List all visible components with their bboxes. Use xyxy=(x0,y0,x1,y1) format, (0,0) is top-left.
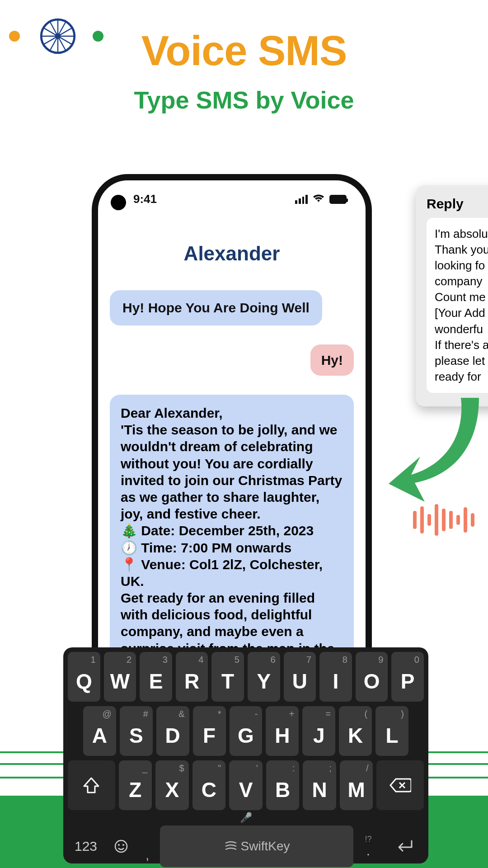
key-w[interactable]: 2W xyxy=(104,652,136,702)
enter-icon xyxy=(394,839,413,854)
emoji-icon xyxy=(114,839,128,854)
comma-key[interactable]: , xyxy=(138,826,156,867)
backspace-icon xyxy=(389,777,411,793)
message-incoming: Hy! Hope You Are Doing Well xyxy=(110,290,322,326)
key-r[interactable]: 4R xyxy=(176,652,208,702)
shift-icon xyxy=(82,776,100,794)
key-c[interactable]: "C xyxy=(192,760,226,810)
svg-point-16 xyxy=(122,844,124,846)
wifi-icon xyxy=(312,192,325,206)
page-title: Voice SMS xyxy=(0,27,488,75)
key-v[interactable]: 'V xyxy=(229,760,263,810)
spacebar[interactable]: SwiftKey xyxy=(160,826,353,867)
key-j[interactable]: =J xyxy=(302,706,335,756)
numeric-key[interactable]: 123 xyxy=(68,826,104,867)
reply-title: Reply xyxy=(427,196,488,212)
key-e[interactable]: 3E xyxy=(140,652,172,702)
status-bar: 9:41 xyxy=(98,180,366,206)
message-outgoing: Hy! xyxy=(310,344,354,376)
key-l[interactable]: )L xyxy=(375,706,408,756)
spacebar-label: SwiftKey xyxy=(241,839,290,854)
contact-name: Alexander xyxy=(98,242,366,265)
key-t[interactable]: 5T xyxy=(211,652,244,702)
period-key[interactable]: !? . xyxy=(357,826,380,867)
key-z[interactable]: _Z xyxy=(119,760,152,810)
backspace-key[interactable] xyxy=(376,760,424,810)
key-a[interactable]: @A xyxy=(83,706,116,756)
svg-point-14 xyxy=(115,840,127,852)
key-x[interactable]: $X xyxy=(155,760,189,810)
key-i[interactable]: 8I xyxy=(319,652,352,702)
reply-body: I'm absoluThank youlooking focompanyCoun… xyxy=(427,218,488,393)
swiftkey-icon xyxy=(224,840,237,853)
svg-point-15 xyxy=(118,844,120,846)
key-q[interactable]: 1Q xyxy=(68,652,100,702)
key-n[interactable]: ;N xyxy=(303,760,336,810)
key-h[interactable]: +H xyxy=(266,706,299,756)
key-p[interactable]: 0P xyxy=(391,652,424,702)
mic-ghost-icon: 🎤 xyxy=(68,812,424,824)
voice-wave-icon xyxy=(413,504,474,536)
arrow-icon xyxy=(389,393,488,502)
emoji-key[interactable] xyxy=(108,826,135,867)
key-y[interactable]: 6Y xyxy=(248,652,280,702)
key-f[interactable]: *F xyxy=(193,706,226,756)
key-g[interactable]: -G xyxy=(230,706,263,756)
key-b[interactable]: :B xyxy=(266,760,300,810)
status-time: 9:41 xyxy=(133,192,157,206)
signal-icon xyxy=(295,195,308,204)
camera-dot xyxy=(111,195,126,210)
key-o[interactable]: 9O xyxy=(356,652,388,702)
key-s[interactable]: #S xyxy=(120,706,153,756)
key-d[interactable]: &D xyxy=(156,706,189,756)
key-u[interactable]: 7U xyxy=(284,652,316,702)
shift-key[interactable] xyxy=(68,760,115,810)
enter-key[interactable] xyxy=(383,826,424,867)
reply-card: Reply I'm absoluThank youlooking focompa… xyxy=(416,185,488,406)
battery-icon xyxy=(329,195,347,204)
key-k[interactable]: (K xyxy=(339,706,372,756)
keyboard[interactable]: 1Q2W3E4R5T6Y7U8I9O0P @A#S&D*F-G+H=J(K)L … xyxy=(63,647,428,863)
page-subtitle: Type SMS by Voice xyxy=(0,86,488,114)
key-m[interactable]: /M xyxy=(340,760,373,810)
